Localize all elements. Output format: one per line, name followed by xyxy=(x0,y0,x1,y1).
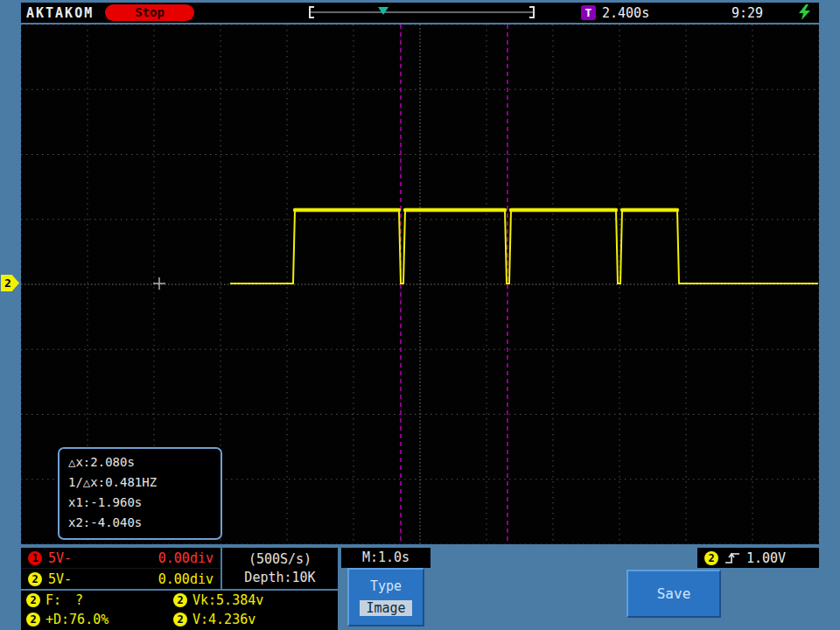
ch2-waveform xyxy=(230,210,818,284)
meas-vk-channel-badge: 2 xyxy=(173,593,187,607)
channel2-offset: 0.00div xyxy=(158,571,214,587)
meas-v-channel-badge: 2 xyxy=(173,612,187,626)
run-state-badge: Stop xyxy=(105,4,194,21)
measurement-duty: 2 +D:76.0% xyxy=(26,612,173,627)
save-button[interactable]: Save xyxy=(626,570,721,618)
type-menu-button[interactable]: Type Image xyxy=(347,568,424,626)
type-value-image[interactable]: Image xyxy=(360,600,411,616)
trigger-time-value: 2.400s xyxy=(602,5,649,21)
meas-freq-channel-badge: 2 xyxy=(26,593,40,607)
channel1-scale: 5V- xyxy=(48,550,72,566)
sample-rate: (500S/s) xyxy=(248,551,312,567)
measurement-v: 2 V:4.236v xyxy=(173,612,338,627)
meas-vk-value: 5.384v xyxy=(216,592,263,608)
meas-v-value: 4.236v xyxy=(208,612,256,627)
trigger-time-readout: T 2.400s xyxy=(581,3,649,23)
meas-duty-value: 76.0% xyxy=(69,612,108,627)
measurement-panel: 2 F:? 2 Vk:5.384v 2 +D:76.0% 2 V:4.236v xyxy=(21,591,338,630)
meas-vk-label: Vk: xyxy=(192,592,216,608)
channel-scale-panel: 1 5V- 0.00div 2 5V- 0.00div xyxy=(21,548,220,589)
trigger-t-icon: T xyxy=(581,5,596,20)
channel2-position-marker[interactable]: 2 xyxy=(1,275,19,291)
channel2-scale: 5V- xyxy=(48,571,72,587)
type-label: Type xyxy=(370,578,402,594)
horizontal-position-indicator[interactable] xyxy=(308,4,536,20)
meas-duty-channel-badge: 2 xyxy=(26,612,40,626)
channel1-badge: 1 xyxy=(28,551,42,565)
cursor-delta-x: △x:2.080s xyxy=(68,452,220,472)
top-bar: AKTAKOM Stop T 2.400s 9:29 xyxy=(21,3,819,23)
channel2-row: 2 5V- 0.00div xyxy=(21,569,220,589)
measurement-frequency: 2 F:? xyxy=(26,592,173,608)
trigger-source-badge: 2 xyxy=(704,551,718,565)
cursor-x1: x1:-1.960s xyxy=(68,493,220,513)
cursor-x2: x2:-4.040s xyxy=(68,513,220,533)
brand-logo: AKTAKOM xyxy=(26,5,94,21)
acquisition-panel: (500S/s) Depth:10K xyxy=(222,548,338,589)
status-icon xyxy=(796,4,814,21)
channel1-row: 1 5V- 0.00div xyxy=(21,548,220,569)
meas-freq-label: F: xyxy=(46,592,61,608)
clock: 9:29 xyxy=(732,5,763,21)
cursor-measurement-panel: △x:2.080s 1/△x:0.481HZ x1:-1.960s x2:-4.… xyxy=(58,447,222,540)
cursor-inverse-delta-x: 1/△x:0.481HZ xyxy=(68,472,220,493)
meas-v-label: V: xyxy=(192,612,208,627)
meas-freq-value: ? xyxy=(75,592,83,608)
channel2-badge: 2 xyxy=(28,572,42,586)
measurement-vk: 2 Vk:5.384v xyxy=(173,592,338,608)
trigger-level-value: 1.00V xyxy=(746,550,786,566)
trigger-settings-readout: 2 1.00V xyxy=(697,548,819,568)
trigger-position-marker[interactable] xyxy=(378,7,388,15)
timebase-readout: M:1.0s xyxy=(341,548,430,568)
meas-duty-label: +D: xyxy=(46,612,69,627)
memory-depth: Depth:10K xyxy=(244,570,315,585)
rising-edge-icon xyxy=(724,551,740,565)
channel1-offset: 0.00div xyxy=(158,550,214,566)
